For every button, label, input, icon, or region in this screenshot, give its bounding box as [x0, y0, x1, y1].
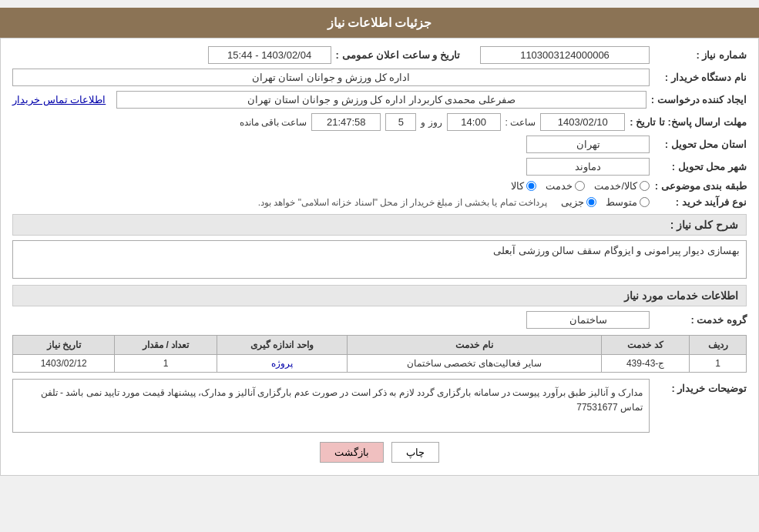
col-tarikh: تاریخ نیاز	[13, 336, 115, 355]
tabaqe-row: طبقه بندی موضوعی : کالا/خدمت خدمت کالا	[12, 180, 747, 192]
shahr-value: دماوند	[526, 158, 650, 176]
nam-dastgah-row: نام دستگاه خریدار : اداره کل ورزش و جوان…	[12, 69, 747, 86]
saat-label: ساعت :	[505, 117, 536, 128]
radio-motevaset-label: متوسط	[606, 196, 637, 208]
services-table: ردیف کد خدمت نام خدمت واحد اندازه گیری ت…	[12, 335, 747, 373]
nam-dastgah-value: اداره کل ورزش و جوانان استان تهران	[12, 69, 650, 86]
radio-jozii[interactable]	[586, 197, 596, 207]
notes-value: مدارک و آنالیز طبق برآورد پیوست در سامان…	[12, 379, 650, 433]
page-header: جزئیات اطلاعات نیاز	[0, 8, 759, 38]
ijad-konande-value: صفرعلی محمدی کاربردار اداره کل ورزش و جو…	[116, 91, 646, 109]
notes-label: توضیحات خریدار :	[654, 383, 747, 394]
tarikh-value: 1403/02/04 - 15:44	[208, 46, 331, 64]
nam-dastgah-label: نام دستگاه خریدار :	[654, 72, 747, 83]
print-button[interactable]: چاپ	[391, 442, 439, 463]
shomare-niaz-value: 1103003124000006	[480, 46, 650, 64]
mohlat-rooz: 5	[385, 113, 416, 131]
ettelaat-link[interactable]: اطلاعات تماس خریدار	[12, 94, 106, 105]
ijad-konande-label: ایجاد کننده درخواست :	[651, 94, 747, 105]
gorohe-khedmat-value: ساختمان	[526, 311, 650, 329]
mohlat-label: مهلت ارسال پاسخ: تا تاریخ :	[630, 116, 747, 128]
radio-khedmat[interactable]	[575, 181, 585, 191]
rooz-label: روز و	[421, 117, 442, 128]
table-cell: 1	[115, 355, 217, 373]
back-button[interactable]: بازگشت	[320, 442, 384, 463]
notes-row: توضیحات خریدار : مدارک و آنالیز طبق برآو…	[12, 379, 747, 433]
mohlat-baqi: 21:47:58	[311, 113, 381, 131]
table-cell: سایر فعالیت‌های تخصصی ساختمان	[348, 355, 602, 373]
ostan-label: استان محل تحویل :	[654, 139, 747, 150]
radio-motevaset-item[interactable]: متوسط	[606, 196, 650, 208]
shahr-label: شهر محل تحویل :	[654, 161, 747, 172]
noe-farayand-label: نوع فرآیند خرید :	[654, 196, 747, 208]
tarikh-label: تاریخ و ساعت اعلان عمومی :	[336, 49, 460, 61]
noe-farayand-row: نوع فرآیند خرید : متوسط جزیی پرداخت تمام…	[12, 196, 747, 208]
tabaqe-radio-group: کالا/خدمت خدمت کالا	[511, 180, 650, 192]
services-table-section: ردیف کد خدمت نام خدمت واحد اندازه گیری ت…	[12, 335, 747, 373]
radio-kala[interactable]	[526, 181, 536, 191]
col-kod: کد خدمت	[602, 336, 690, 355]
radio-jozii-item[interactable]: جزیی	[561, 196, 596, 208]
mohlat-saat: 14:00	[447, 113, 501, 131]
ijad-konande-row: ایجاد کننده درخواست : صفرعلی محمدی کاربر…	[12, 91, 747, 109]
radio-kala-label: کالا	[511, 180, 524, 192]
radio-kala-khedmat[interactable]	[640, 181, 650, 191]
radio-khedmat-item[interactable]: خدمت	[546, 180, 585, 192]
radio-kala-item[interactable]: کالا	[511, 180, 536, 192]
tabaqe-label: طبقه بندی موضوعی :	[654, 180, 747, 192]
radio-khedmat-label: خدمت	[546, 180, 573, 192]
radio-jozii-label: جزیی	[561, 196, 584, 208]
table-cell: پروژه	[217, 355, 348, 373]
radio-motevaset[interactable]	[640, 197, 650, 207]
shahr-row: شهر محل تحویل : دماوند	[12, 158, 747, 176]
farayand-radio-group: متوسط جزیی	[561, 196, 650, 208]
ostan-row: استان محل تحویل : تهران	[12, 136, 747, 153]
page-title: جزئیات اطلاعات نیاز	[327, 16, 432, 29]
sharh-container: بهسازی دیوار پیرامونی و ایزوگام سقف سالن…	[12, 240, 747, 279]
col-nam: نام خدمت	[348, 336, 602, 355]
shomare-niaz-row: شماره نیاز : 1103003124000006 تاریخ و سا…	[12, 46, 747, 64]
table-cell: 1	[690, 355, 747, 373]
col-radif: ردیف	[690, 336, 747, 355]
radio-kala-khedmat-label: کالا/خدمت	[594, 180, 637, 192]
ostan-value: تهران	[526, 136, 650, 153]
radio-kala-khedmat-item[interactable]: کالا/خدمت	[594, 180, 650, 192]
sharh-label: شرح کلی نیاز :	[670, 219, 738, 231]
sharh-section-title: شرح کلی نیاز :	[12, 214, 747, 236]
khadamat-label: اطلاعات خدمات مورد نیاز	[624, 289, 738, 302]
col-vahed: واحد اندازه گیری	[217, 336, 348, 355]
col-tedad: تعداد / مقدار	[115, 336, 217, 355]
mohlat-row: مهلت ارسال پاسخ: تا تاریخ : 1403/02/10 س…	[12, 113, 747, 131]
table-cell: 1403/02/12	[13, 355, 115, 373]
buttons-row: چاپ بازگشت	[12, 442, 747, 463]
farayand-note: پرداخت تمام یا بخشی از مبلغ خریدار از مح…	[258, 197, 547, 208]
khadamat-section-title: اطلاعات خدمات مورد نیاز	[12, 285, 747, 306]
table-row: 1ج-43-439سایر فعالیت‌های تخصصی ساختمانپر…	[13, 355, 747, 373]
table-cell: ج-43-439	[602, 355, 690, 373]
gorohe-khedmat-row: گروه خدمت : ساختمان	[12, 311, 747, 329]
gorohe-khedmat-label: گروه خدمت :	[654, 314, 747, 326]
sharh-value: بهسازی دیوار پیرامونی و ایزوگام سقف سالن…	[12, 240, 747, 279]
shomare-niaz-label: شماره نیاز :	[654, 49, 747, 61]
mohlat-date: 1403/02/10	[540, 113, 625, 131]
baqi-label: ساعت باقی مانده	[240, 117, 307, 128]
table-header-row: ردیف کد خدمت نام خدمت واحد اندازه گیری ت…	[13, 336, 747, 355]
